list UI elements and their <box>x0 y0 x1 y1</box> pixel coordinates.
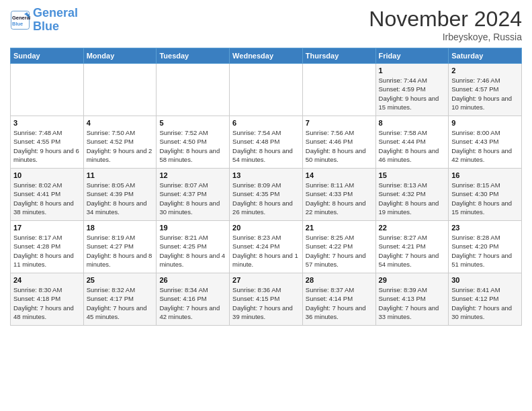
day-number: 16 <box>451 171 519 179</box>
day-info: Sunrise: 8:37 AM Sunset: 4:14 PM Dayligh… <box>306 285 373 321</box>
day-info: Sunrise: 8:13 AM Sunset: 4:32 PM Dayligh… <box>379 181 446 216</box>
calendar-cell: 8Sunrise: 7:58 AM Sunset: 4:44 PM Daylig… <box>375 116 449 169</box>
calendar-cell: 26Sunrise: 8:34 AM Sunset: 4:16 PM Dayli… <box>157 273 230 326</box>
day-info: Sunrise: 8:07 AM Sunset: 4:37 PM Dayligh… <box>159 181 226 216</box>
day-number: 2 <box>451 66 519 75</box>
day-info: Sunrise: 8:32 AM Sunset: 4:17 PM Dayligh… <box>87 285 154 321</box>
calendar-cell: 9Sunrise: 8:00 AM Sunset: 4:43 PM Daylig… <box>449 116 522 169</box>
day-info: Sunrise: 8:39 AM Sunset: 4:13 PM Dayligh… <box>379 285 446 321</box>
calendar-cell: 13Sunrise: 8:09 AM Sunset: 4:35 PM Dayli… <box>230 169 303 221</box>
day-number: 12 <box>159 171 226 179</box>
week-row-3: 17Sunrise: 8:17 AM Sunset: 4:28 PM Dayli… <box>11 221 522 273</box>
day-info: Sunrise: 8:15 AM Sunset: 4:30 PM Dayligh… <box>451 181 519 216</box>
month-title: November 2024 <box>369 7 522 32</box>
day-number: 30 <box>451 276 519 284</box>
calendar-cell: 22Sunrise: 8:27 AM Sunset: 4:21 PM Dayli… <box>375 221 449 273</box>
day-header-wednesday: Wednesday <box>230 48 303 64</box>
day-number: 8 <box>379 119 446 127</box>
calendar-cell <box>83 64 157 116</box>
day-info: Sunrise: 8:28 AM Sunset: 4:20 PM Dayligh… <box>451 233 519 269</box>
day-info: Sunrise: 8:19 AM Sunset: 4:27 PM Dayligh… <box>87 233 154 269</box>
day-number: 26 <box>159 276 226 284</box>
logo-name: General Blue <box>33 7 78 34</box>
day-number: 15 <box>379 171 446 179</box>
day-number: 3 <box>13 119 81 127</box>
calendar-cell <box>230 64 303 116</box>
calendar-cell: 11Sunrise: 8:05 AM Sunset: 4:39 PM Dayli… <box>83 169 157 221</box>
day-info: Sunrise: 7:58 AM Sunset: 4:44 PM Dayligh… <box>379 128 446 164</box>
calendar-cell: 20Sunrise: 8:23 AM Sunset: 4:24 PM Dayli… <box>230 221 303 273</box>
calendar-cell: 17Sunrise: 8:17 AM Sunset: 4:28 PM Dayli… <box>11 221 84 273</box>
day-info: Sunrise: 7:48 AM Sunset: 4:55 PM Dayligh… <box>13 128 81 164</box>
calendar-cell: 14Sunrise: 8:11 AM Sunset: 4:33 PM Dayli… <box>302 169 375 221</box>
day-info: Sunrise: 8:41 AM Sunset: 4:12 PM Dayligh… <box>451 285 519 321</box>
calendar-cell <box>302 64 375 116</box>
page: General Blue General Blue November 2024 … <box>0 0 532 411</box>
title-block: November 2024 Irbeyskoye, Russia <box>369 7 522 42</box>
calendar-cell: 23Sunrise: 8:28 AM Sunset: 4:20 PM Dayli… <box>449 221 522 273</box>
calendar-cell: 3Sunrise: 7:48 AM Sunset: 4:55 PM Daylig… <box>11 116 84 169</box>
day-info: Sunrise: 7:52 AM Sunset: 4:50 PM Dayligh… <box>159 128 226 164</box>
day-info: Sunrise: 8:36 AM Sunset: 4:15 PM Dayligh… <box>232 285 300 321</box>
day-header-friday: Friday <box>375 48 449 64</box>
day-info: Sunrise: 8:30 AM Sunset: 4:18 PM Dayligh… <box>13 285 81 321</box>
day-number: 13 <box>232 171 300 179</box>
logo: General Blue General Blue <box>10 7 78 34</box>
day-header-monday: Monday <box>83 48 157 64</box>
calendar-cell: 24Sunrise: 8:30 AM Sunset: 4:18 PM Dayli… <box>11 273 84 326</box>
calendar-cell: 21Sunrise: 8:25 AM Sunset: 4:22 PM Dayli… <box>302 221 375 273</box>
day-number: 18 <box>87 224 154 232</box>
calendar-cell: 16Sunrise: 8:15 AM Sunset: 4:30 PM Dayli… <box>449 169 522 221</box>
calendar-cell: 5Sunrise: 7:52 AM Sunset: 4:50 PM Daylig… <box>157 116 230 169</box>
day-number: 11 <box>87 171 154 179</box>
day-number: 7 <box>306 119 373 127</box>
calendar-cell: 6Sunrise: 7:54 AM Sunset: 4:48 PM Daylig… <box>230 116 303 169</box>
day-info: Sunrise: 8:25 AM Sunset: 4:22 PM Dayligh… <box>306 233 373 269</box>
calendar-cell: 15Sunrise: 8:13 AM Sunset: 4:32 PM Dayli… <box>375 169 449 221</box>
day-info: Sunrise: 7:56 AM Sunset: 4:46 PM Dayligh… <box>306 128 373 164</box>
week-row-4: 24Sunrise: 8:30 AM Sunset: 4:18 PM Dayli… <box>11 273 522 326</box>
day-number: 6 <box>232 119 300 127</box>
day-header-tuesday: Tuesday <box>157 48 230 64</box>
calendar-cell: 27Sunrise: 8:36 AM Sunset: 4:15 PM Dayli… <box>230 273 303 326</box>
day-number: 27 <box>232 276 300 284</box>
day-header-thursday: Thursday <box>302 48 375 64</box>
day-info: Sunrise: 8:17 AM Sunset: 4:28 PM Dayligh… <box>13 233 81 269</box>
day-number: 10 <box>13 171 81 179</box>
day-header-saturday: Saturday <box>449 48 522 64</box>
day-info: Sunrise: 7:46 AM Sunset: 4:57 PM Dayligh… <box>451 76 519 111</box>
day-info: Sunrise: 8:34 AM Sunset: 4:16 PM Dayligh… <box>159 285 226 321</box>
day-info: Sunrise: 8:11 AM Sunset: 4:33 PM Dayligh… <box>306 181 373 216</box>
calendar-cell: 7Sunrise: 7:56 AM Sunset: 4:46 PM Daylig… <box>302 116 375 169</box>
day-number: 29 <box>379 276 446 284</box>
calendar-cell: 19Sunrise: 8:21 AM Sunset: 4:25 PM Dayli… <box>157 221 230 273</box>
svg-text:Blue: Blue <box>12 20 23 26</box>
calendar-header-row: SundayMondayTuesdayWednesdayThursdayFrid… <box>11 48 522 64</box>
day-number: 14 <box>306 171 373 179</box>
calendar-cell: 30Sunrise: 8:41 AM Sunset: 4:12 PM Dayli… <box>449 273 522 326</box>
day-number: 25 <box>87 276 154 284</box>
day-number: 20 <box>232 224 300 232</box>
week-row-0: 1Sunrise: 7:44 AM Sunset: 4:59 PM Daylig… <box>11 64 522 116</box>
day-number: 28 <box>306 276 373 284</box>
day-info: Sunrise: 7:50 AM Sunset: 4:52 PM Dayligh… <box>87 128 154 164</box>
week-row-1: 3Sunrise: 7:48 AM Sunset: 4:55 PM Daylig… <box>11 116 522 169</box>
calendar-cell: 28Sunrise: 8:37 AM Sunset: 4:14 PM Dayli… <box>302 273 375 326</box>
week-row-2: 10Sunrise: 8:02 AM Sunset: 4:41 PM Dayli… <box>11 169 522 221</box>
day-header-sunday: Sunday <box>11 48 84 64</box>
calendar-cell: 4Sunrise: 7:50 AM Sunset: 4:52 PM Daylig… <box>83 116 157 169</box>
day-number: 22 <box>379 224 446 232</box>
calendar-table: SundayMondayTuesdayWednesdayThursdayFrid… <box>10 48 522 326</box>
calendar-cell: 18Sunrise: 8:19 AM Sunset: 4:27 PM Dayli… <box>83 221 157 273</box>
day-info: Sunrise: 8:09 AM Sunset: 4:35 PM Dayligh… <box>232 181 300 216</box>
calendar-cell: 1Sunrise: 7:44 AM Sunset: 4:59 PM Daylig… <box>375 64 449 116</box>
day-number: 17 <box>13 224 81 232</box>
day-number: 9 <box>451 119 519 127</box>
calendar-cell <box>11 64 84 116</box>
day-info: Sunrise: 7:54 AM Sunset: 4:48 PM Dayligh… <box>232 128 300 164</box>
day-number: 23 <box>451 224 519 232</box>
day-info: Sunrise: 8:02 AM Sunset: 4:41 PM Dayligh… <box>13 181 81 216</box>
day-info: Sunrise: 8:27 AM Sunset: 4:21 PM Dayligh… <box>379 233 446 269</box>
logo-icon: General Blue <box>10 10 30 30</box>
day-info: Sunrise: 8:00 AM Sunset: 4:43 PM Dayligh… <box>451 128 519 164</box>
